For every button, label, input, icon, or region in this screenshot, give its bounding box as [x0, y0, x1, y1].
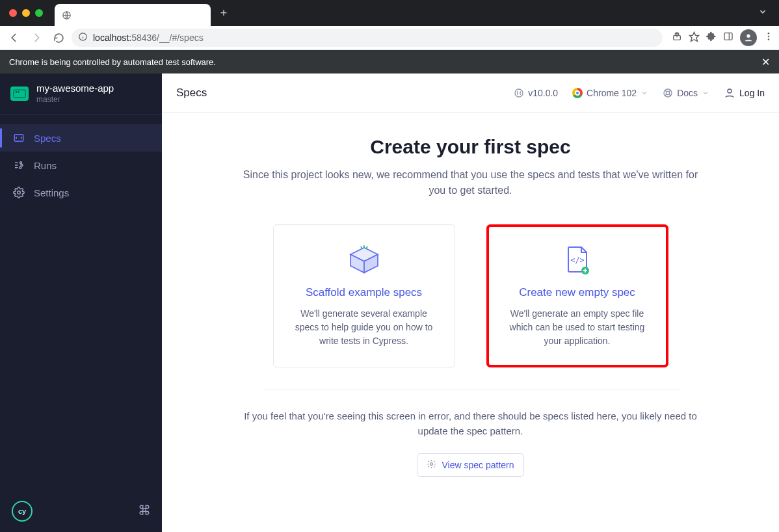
version-indicator[interactable]: v10.0.0 — [514, 88, 558, 98]
login-button[interactable]: Log In — [724, 87, 765, 99]
sidebar-item-specs[interactable]: Specs — [0, 124, 162, 152]
svg-point-9 — [746, 34, 750, 38]
bookmark-icon[interactable] — [689, 31, 700, 45]
sidebar-item-settings[interactable]: Settings — [0, 179, 162, 206]
project-badge-icon — [10, 86, 29, 101]
svg-line-29 — [665, 94, 667, 96]
tabstrip-overflow[interactable] — [758, 7, 774, 19]
svg-point-23 — [18, 191, 21, 194]
svg-rect-13 — [14, 90, 25, 98]
side-panel-icon[interactable] — [723, 31, 733, 44]
share-icon[interactable] — [672, 31, 682, 44]
scaffold-specs-card[interactable]: Scaffold example specs We'll generate se… — [273, 224, 455, 367]
gear-icon — [427, 459, 436, 471]
svg-point-15 — [18, 91, 20, 92]
project-switcher[interactable]: my-awesome-app master — [0, 73, 162, 115]
svg-point-11 — [768, 36, 770, 38]
runs-icon — [13, 159, 25, 171]
chevron-down-icon — [702, 89, 709, 97]
svg-line-30 — [669, 94, 671, 96]
svg-point-21 — [21, 165, 23, 166]
url-text: localhost:58436/__/#/specs — [93, 33, 204, 43]
profile-avatar-icon[interactable] — [740, 29, 757, 46]
page-title: Specs — [176, 86, 207, 100]
view-spec-pattern-button[interactable]: View spec pattern — [417, 453, 523, 477]
window-close-icon[interactable] — [9, 9, 17, 17]
svg-point-20 — [20, 162, 22, 164]
error-note: If you feel that you're seeing this scre… — [243, 408, 698, 439]
specs-icon — [13, 132, 25, 144]
sidebar-item-label: Runs — [34, 160, 57, 171]
kebab-menu-icon[interactable] — [763, 31, 774, 44]
back-button[interactable] — [5, 29, 23, 47]
card-title: Create new empty spec — [501, 286, 654, 299]
sidebar-item-label: Settings — [34, 187, 69, 198]
forward-button[interactable] — [27, 29, 46, 47]
svg-point-10 — [768, 33, 770, 34]
gear-icon — [13, 187, 25, 198]
browser-tab[interactable] — [55, 4, 211, 26]
svg-rect-7 — [724, 33, 732, 40]
browser-tabstrip: + — [0, 0, 779, 26]
spec-option-cards: Scaffold example specs We'll generate se… — [162, 224, 779, 367]
create-empty-spec-card[interactable]: </> Create new empty spec We'll generate… — [486, 224, 668, 367]
chrome-icon — [572, 88, 583, 98]
keyboard-shortcuts-icon[interactable] — [139, 504, 150, 518]
sidebar-item-label: Specs — [34, 133, 61, 144]
window-minimize-icon[interactable] — [22, 9, 30, 17]
project-branch: master — [36, 95, 114, 104]
card-desc: We'll generate several example specs to … — [288, 307, 440, 348]
card-title: Scaffold example specs — [288, 286, 440, 299]
content-area: Create your first spec Since this projec… — [162, 113, 779, 532]
extensions-icon[interactable] — [706, 31, 717, 44]
lifebuoy-icon — [663, 88, 673, 98]
svg-point-14 — [16, 91, 17, 92]
new-file-icon: </> — [501, 243, 654, 277]
svg-text:</>: </> — [570, 256, 585, 265]
hero-subtitle: Since this project looks new, we recomme… — [237, 167, 705, 198]
box-icon — [288, 243, 440, 277]
window-zoom-icon[interactable] — [35, 9, 43, 17]
sidebar-footer: cy — [0, 490, 162, 532]
automation-banner-text: Chrome is being controlled by automated … — [9, 57, 216, 67]
svg-point-22 — [20, 166, 21, 168]
svg-point-24 — [515, 89, 523, 97]
svg-point-31 — [728, 89, 732, 93]
hero-title: Create your first spec — [237, 136, 705, 158]
svg-marker-6 — [689, 32, 698, 41]
svg-point-12 — [768, 38, 770, 40]
browser-selector[interactable]: Chrome 102 — [572, 88, 648, 98]
cypress-logo-icon[interactable]: cy — [12, 501, 33, 522]
reload-button[interactable] — [49, 29, 68, 47]
sidebar: my-awesome-app master Specs Runs — [0, 73, 162, 532]
user-icon — [724, 87, 735, 99]
card-desc: We'll generate an empty spec file which … — [501, 307, 654, 348]
hero: Create your first spec Since this projec… — [237, 136, 705, 198]
project-name: my-awesome-app — [36, 83, 114, 94]
browser-toolbar: localhost:58436/__/#/specs — [0, 26, 779, 50]
sidebar-item-runs[interactable]: Runs — [0, 152, 162, 179]
svg-point-26 — [666, 91, 669, 94]
svg-line-28 — [669, 90, 671, 92]
svg-line-27 — [665, 90, 667, 92]
sidebar-nav: Specs Runs Settings — [0, 115, 162, 206]
main-panel: Specs v10.0.0 Chrome 102 Docs — [162, 73, 779, 532]
chevron-down-icon — [640, 89, 648, 97]
docs-link[interactable]: Docs — [663, 88, 709, 98]
close-icon[interactable]: ✕ — [761, 56, 770, 68]
globe-icon — [61, 10, 72, 20]
app-root: my-awesome-app master Specs Runs — [0, 73, 779, 532]
site-info-icon[interactable] — [78, 32, 88, 44]
automation-banner: Chrome is being controlled by automated … — [0, 50, 779, 73]
topbar: Specs v10.0.0 Chrome 102 Docs — [162, 73, 779, 113]
svg-point-39 — [430, 462, 433, 465]
divider — [263, 390, 679, 390]
window-controls — [9, 9, 43, 17]
new-tab-button[interactable]: + — [215, 4, 233, 22]
address-bar[interactable]: localhost:58436/__/#/specs — [72, 29, 663, 47]
